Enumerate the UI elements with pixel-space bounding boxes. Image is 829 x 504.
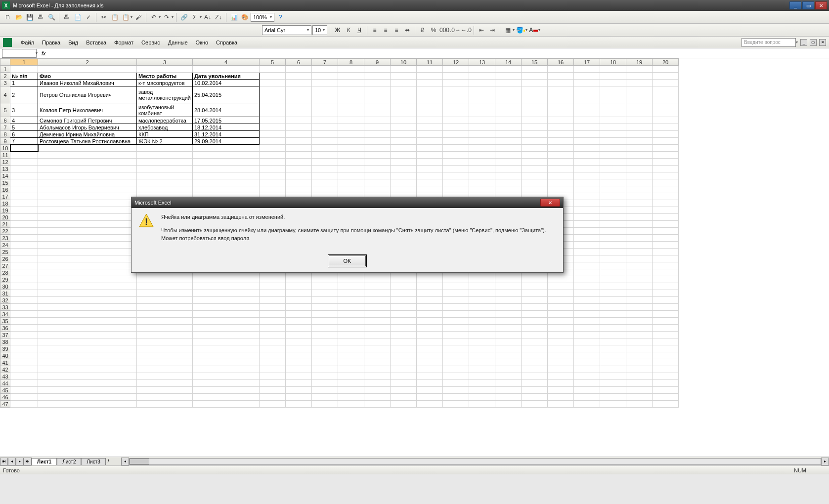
menu-файл[interactable]: Файл (17, 38, 38, 47)
drawing-icon[interactable]: 🎨 (240, 12, 250, 22)
horizontal-scrollbar[interactable]: ◂ ▸ (121, 458, 829, 465)
tab-nav-prev[interactable]: ◂ (8, 458, 16, 465)
row-header[interactable]: 21 (0, 221, 10, 228)
window-close-button[interactable]: ✕ (815, 1, 827, 9)
row-header[interactable]: 17 (0, 193, 10, 200)
col-header[interactable]: 8 (338, 59, 364, 66)
print-preview-icon[interactable]: 🔍 (46, 12, 56, 22)
sheet-tab[interactable]: Лист2 (57, 458, 81, 465)
row-header[interactable]: 19 (0, 207, 10, 214)
chart-wizard-icon[interactable]: 📊 (229, 12, 239, 22)
row-header[interactable]: 36 (0, 325, 10, 332)
row-header[interactable]: 32 (0, 297, 10, 304)
row-header[interactable]: 34 (0, 311, 10, 318)
print-icon[interactable]: 🖶 (36, 12, 45, 22)
row-header[interactable]: 10 (0, 145, 10, 152)
row-header[interactable]: 26 (0, 255, 10, 262)
increase-indent-icon[interactable]: ⇥ (487, 25, 497, 35)
percent-icon[interactable]: % (429, 25, 438, 35)
row-header[interactable]: 37 (0, 332, 10, 338)
hyperlink-icon[interactable]: 🔗 (179, 12, 189, 22)
row-header[interactable]: 15 (0, 179, 10, 186)
align-center-icon[interactable]: ≡ (381, 25, 391, 35)
print3-icon[interactable]: 📄 (73, 12, 83, 22)
row-header[interactable]: 41 (0, 359, 10, 366)
row-header[interactable]: 30 (0, 283, 10, 290)
align-left-icon[interactable]: ≡ (370, 25, 380, 35)
sort-asc-icon[interactable]: A↓ (203, 12, 213, 22)
row-header[interactable]: 12 (0, 159, 10, 166)
row-header[interactable]: 14 (0, 172, 10, 179)
fill-color-icon[interactable]: 🪣 (516, 25, 525, 35)
save-icon[interactable]: 💾 (25, 12, 35, 22)
menu-данные[interactable]: Данные (164, 38, 192, 47)
spellcheck-icon[interactable]: ✓ (84, 12, 93, 22)
font-name-box[interactable]: Arial Cyr▾ (262, 25, 311, 35)
tab-nav-next[interactable]: ▸ (16, 458, 24, 465)
row-header[interactable]: 46 (0, 394, 10, 401)
col-header[interactable]: 14 (495, 59, 522, 66)
dialog-close-button[interactable]: ✕ (540, 199, 560, 207)
row-header[interactable]: 20 (0, 214, 10, 221)
format-painter-icon[interactable]: 🖌 (133, 12, 143, 22)
sort-desc-icon[interactable]: Z↓ (214, 12, 223, 22)
row-header[interactable]: 8 (0, 131, 10, 138)
menu-справка[interactable]: Справка (212, 38, 241, 47)
row-header[interactable]: 11 (0, 152, 10, 159)
paste-icon[interactable]: 📋 (121, 12, 131, 22)
row-header[interactable]: 27 (0, 262, 10, 269)
menu-сервис[interactable]: Сервис (137, 38, 164, 47)
help-icon[interactable]: ? (275, 12, 285, 22)
doc-minimize-button[interactable]: _ (800, 39, 807, 46)
col-header[interactable]: 2 (38, 59, 137, 66)
col-header[interactable]: 4 (193, 59, 260, 66)
doc-close-button[interactable]: ✕ (819, 39, 826, 46)
menu-правка[interactable]: Правка (38, 38, 64, 47)
row-header[interactable]: 25 (0, 249, 10, 255)
col-header[interactable]: 7 (312, 59, 338, 66)
row-header[interactable]: 43 (0, 373, 10, 380)
merge-center-icon[interactable]: ⬌ (402, 25, 412, 35)
fx-label[interactable]: fx (42, 50, 46, 56)
window-minimize-button[interactable]: _ (789, 1, 801, 9)
row-header[interactable]: 16 (0, 186, 10, 193)
row-header[interactable]: 29 (0, 276, 10, 283)
redo-icon[interactable]: ↷ (162, 12, 172, 22)
row-header[interactable]: 45 (0, 387, 10, 394)
copy-icon[interactable]: 📋 (110, 12, 120, 22)
row-header[interactable]: 3 (0, 80, 10, 86)
row-header[interactable]: 4 (0, 86, 10, 103)
row-header[interactable]: 33 (0, 304, 10, 311)
active-cell[interactable] (10, 145, 38, 152)
font-size-box[interactable]: 10▾ (312, 25, 327, 35)
col-header[interactable]: 16 (548, 59, 574, 66)
zoom-box[interactable]: 100% ▾ (251, 13, 274, 22)
tab-nav-first[interactable]: ⏮ (0, 458, 8, 465)
col-header[interactable]: 5 (260, 59, 286, 66)
bold-icon[interactable]: Ж (333, 25, 343, 35)
menu-окно[interactable]: Окно (192, 38, 213, 47)
row-header[interactable]: 40 (0, 352, 10, 359)
menu-формат[interactable]: Формат (110, 38, 137, 47)
row-header[interactable]: 39 (0, 345, 10, 352)
row-header[interactable]: 18 (0, 200, 10, 207)
col-header[interactable]: 18 (600, 59, 626, 66)
col-header[interactable]: 17 (574, 59, 600, 66)
decrease-decimal-icon[interactable]: ←.0 (461, 25, 471, 35)
menu-вид[interactable]: Вид (64, 38, 82, 47)
dialog-ok-button[interactable]: OK (329, 255, 366, 266)
col-header[interactable]: 9 (364, 59, 391, 66)
col-header[interactable]: 20 (653, 59, 679, 66)
increase-decimal-icon[interactable]: .0→ (450, 25, 460, 35)
comma-icon[interactable]: 000 (439, 25, 449, 35)
row-header[interactable]: 35 (0, 318, 10, 325)
col-header[interactable]: 12 (443, 59, 469, 66)
row-header[interactable]: 9 (0, 138, 10, 145)
borders-icon[interactable]: ▦ (503, 25, 513, 35)
col-header[interactable]: 3 (137, 59, 193, 66)
row-header[interactable]: 2 (0, 73, 10, 80)
row-header[interactable]: 31 (0, 290, 10, 297)
col-header[interactable]: 13 (469, 59, 495, 66)
row-header[interactable]: 47 (0, 401, 10, 408)
open-file-icon[interactable]: 📂 (14, 12, 24, 22)
